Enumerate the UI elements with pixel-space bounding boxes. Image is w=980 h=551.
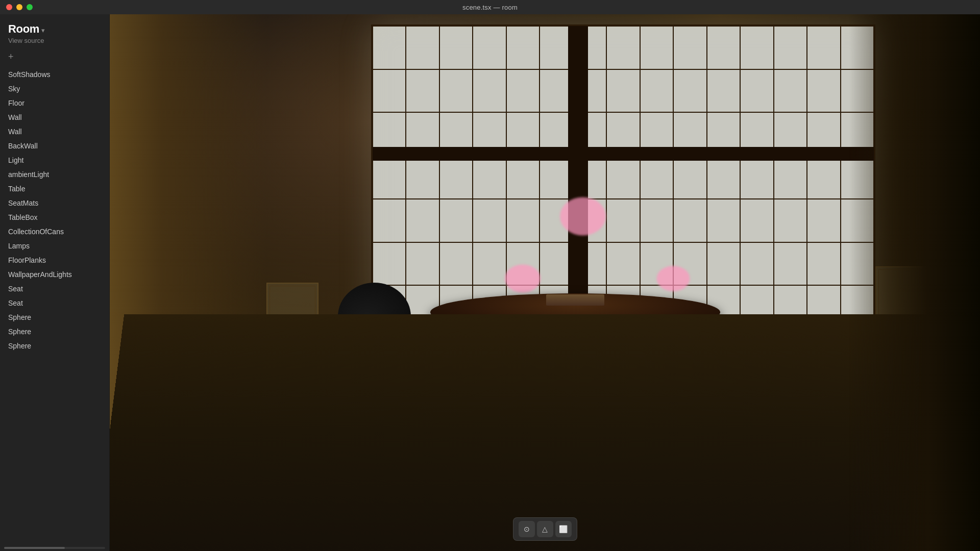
pink-blob-center [560, 197, 606, 235]
sidebar-item-floor[interactable]: Floor [0, 96, 109, 110]
sidebar-item-seat-2[interactable]: Seat [0, 296, 109, 310]
sidebar-item-wall-1[interactable]: Wall [0, 110, 109, 124]
sidebar-item-table[interactable]: Table [0, 182, 109, 196]
shoji-grid-cell [439, 199, 473, 242]
shoji-grid-cell [606, 69, 640, 113]
shoji-grid-cell [373, 242, 406, 286]
sidebar-scrollbar[interactable] [4, 547, 105, 549]
sidebar-item-sphere-2[interactable]: Sphere [0, 324, 109, 339]
app-container: Room ▾ View source + SoftShadowsSkyFloor… [0, 14, 980, 551]
shoji-grid-cell [774, 26, 807, 69]
shoji-grid-cell [473, 156, 506, 199]
shoji-grid-cell [707, 156, 741, 199]
sidebar-item-seat-1[interactable]: Seat [0, 282, 109, 296]
sidebar-item-ambient-light[interactable]: ambientLight [0, 167, 109, 182]
shoji-grid-cell [473, 69, 506, 113]
sidebar-item-back-wall[interactable]: BackWall [0, 139, 109, 153]
window-title: scene.tsx — room [462, 4, 518, 11]
shoji-grid-cell [406, 242, 439, 286]
shoji-grid-cell [506, 69, 540, 113]
scene [110, 14, 980, 551]
table-items [546, 294, 604, 306]
shoji-grid-cell [673, 199, 707, 242]
shoji-grid-cell [506, 199, 540, 242]
shoji-grid-cell [807, 69, 841, 113]
shoji-grid-cell [740, 199, 774, 242]
shoji-grid-cell [807, 26, 841, 69]
shoji-grid-cell [707, 26, 741, 69]
wireframe-icon[interactable]: △ [537, 521, 553, 537]
shoji-grid-cell [506, 156, 540, 199]
close-button[interactable] [6, 4, 12, 10]
sidebar-item-lamps[interactable]: Lamps [0, 239, 109, 253]
sidebar-title-text: Room [8, 22, 39, 36]
shoji-bar-1 [373, 147, 874, 161]
shoji-grid-cell [606, 242, 640, 286]
pink-blob-right [657, 266, 690, 291]
shoji-grid-cell [406, 69, 439, 113]
shoji-grid-cell [673, 69, 707, 113]
maximize-button[interactable] [27, 4, 33, 10]
view-source-link[interactable]: View source [8, 37, 45, 44]
shoji-grid-cell [439, 242, 473, 286]
shoji-grid-cell [707, 242, 741, 286]
shoji-grid-cell [640, 69, 674, 113]
sidebar-item-sky[interactable]: Sky [0, 82, 109, 96]
shoji-grid-cell [373, 156, 406, 199]
minimize-button[interactable] [16, 4, 22, 10]
shoji-grid-cell [707, 69, 741, 113]
shoji-grid-cell [774, 242, 807, 286]
right-wall [849, 14, 980, 551]
shoji-grid-cell [740, 242, 774, 286]
shoji-grid-cell [673, 26, 707, 69]
viewport-toolbar: ⊙△⬜ [513, 517, 577, 541]
pink-blob-left [505, 264, 541, 292]
orbit-icon[interactable]: ⊙ [519, 521, 535, 537]
sidebar-item-sphere-1[interactable]: Sphere [0, 310, 109, 324]
sidebar-scrollbar-thumb[interactable] [4, 547, 65, 549]
shoji-grid-cell [606, 26, 640, 69]
shoji-grid-cell [439, 26, 473, 69]
shoji-grid-cell [606, 156, 640, 199]
sidebar-item-wall-2[interactable]: Wall [0, 124, 109, 139]
sidebar-item-soft-shadows[interactable]: SoftShadows [0, 67, 109, 82]
shoji-grid-cell [740, 69, 774, 113]
shoji-grid-cell [774, 69, 807, 113]
shoji-grid-cell [406, 156, 439, 199]
sidebar-item-floor-planks[interactable]: FloorPlanks [0, 253, 109, 267]
sidebar-chevron-icon[interactable]: ▾ [41, 27, 45, 34]
shoji-grid-cell [439, 156, 473, 199]
traffic-lights [6, 4, 33, 10]
shoji-grid-cell [774, 156, 807, 199]
shoji-grid-cell [373, 26, 406, 69]
shoji-grid-cell [473, 199, 506, 242]
fullscreen-icon[interactable]: ⬜ [555, 521, 572, 537]
sidebar-item-table-box[interactable]: TableBox [0, 210, 109, 224]
sidebar-item-light[interactable]: Light [0, 153, 109, 167]
sidebar-title-group: Room ▾ View source [8, 22, 45, 44]
shoji-grid-cell [373, 199, 406, 242]
shoji-grid-cell [473, 242, 506, 286]
shoji-grid-cell [807, 156, 841, 199]
shoji-grid-cell [439, 69, 473, 113]
sidebar-list: SoftShadowsSkyFloorWallWallBackWallLight… [0, 65, 109, 545]
sidebar-title: Room ▾ [8, 22, 45, 36]
sidebar-item-wallpaper-and-lights[interactable]: WallpaperAndLights [0, 267, 109, 282]
sidebar-add-section: + [0, 47, 109, 65]
sidebar-item-sphere-3[interactable]: Sphere [0, 339, 109, 353]
sidebar-item-seat-mats[interactable]: SeatMats [0, 196, 109, 210]
shoji-grid-cell [673, 156, 707, 199]
shoji-grid-cell [807, 199, 841, 242]
shoji-grid-cell [740, 26, 774, 69]
shoji-grid-cell [640, 26, 674, 69]
add-item-icon[interactable]: + [8, 52, 14, 62]
viewport[interactable]: ⊙△⬜ [110, 14, 980, 551]
shoji-grid-cell [606, 199, 640, 242]
shoji-grid-cell [406, 199, 439, 242]
titlebar: scene.tsx — room [0, 0, 980, 14]
shoji-grid-cell [740, 156, 774, 199]
sidebar: Room ▾ View source + SoftShadowsSkyFloor… [0, 14, 110, 551]
shoji-grid-cell [707, 199, 741, 242]
shoji-grid-cell [506, 26, 540, 69]
sidebar-item-collection-of-cans[interactable]: CollectionOfCans [0, 224, 109, 239]
